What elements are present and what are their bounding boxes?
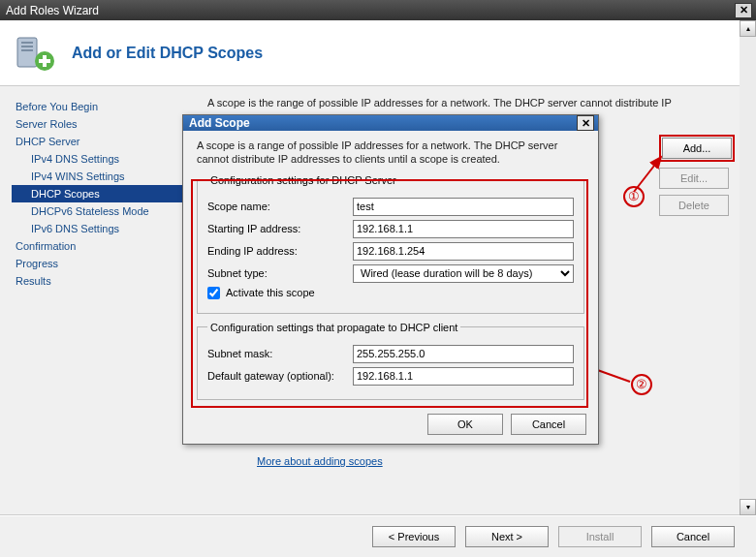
starting-ip-label: Starting IP address: <box>207 223 353 234</box>
sidebar-item-server-roles[interactable]: Server Roles <box>12 115 184 133</box>
subnet-type-label: Subnet type: <box>207 267 353 279</box>
dialog-footer: OK Cancel <box>183 408 598 445</box>
previous-button[interactable]: < Previous <box>372 526 456 547</box>
edit-button: Edit... <box>659 168 729 189</box>
fieldset-server-settings: Configuration settings for DHCP Server S… <box>197 174 584 314</box>
svg-rect-6 <box>39 59 50 63</box>
scroll-down-icon[interactable]: ▾ <box>740 499 756 515</box>
fieldset-client-settings: Configuration settings that propagate to… <box>197 322 584 400</box>
svg-rect-3 <box>21 49 33 51</box>
sidebar-item-before-you-begin[interactable]: Before You Begin <box>12 98 184 115</box>
scroll-up-icon[interactable]: ▴ <box>740 20 756 37</box>
sidebar-item-results[interactable]: Results <box>12 272 184 290</box>
subnet-type-select[interactable]: Wired (lease duration will be 8 days) <box>353 264 574 283</box>
starting-ip-input[interactable] <box>353 220 574 238</box>
annotation-two-icon: ② <box>631 374 652 395</box>
ending-ip-label: Ending IP address: <box>207 245 353 257</box>
vertical-scrollbar[interactable]: ▴ ▾ <box>740 20 756 515</box>
dialog-titlebar: Add Scope ✕ <box>183 115 598 131</box>
page-title: Add or Edit DHCP Scopes <box>72 45 263 62</box>
server-plus-icon <box>14 32 56 75</box>
dialog-intro: A scope is a range of possible IP addres… <box>197 139 584 167</box>
sidebar-item-progress[interactable]: Progress <box>12 255 184 272</box>
dialog-title: Add Scope <box>189 116 577 130</box>
install-button: Install <box>558 526 642 547</box>
svg-rect-1 <box>21 42 33 44</box>
titlebar: Add Roles Wizard ✕ <box>0 0 756 20</box>
activate-scope-label: Activate this scope <box>226 287 315 298</box>
sidebar: Before You BeginServer RolesDHCP ServerI… <box>0 86 184 514</box>
svg-rect-2 <box>21 46 33 47</box>
delete-button: Delete <box>659 195 729 216</box>
more-about-link[interactable]: More about adding scopes <box>257 455 383 467</box>
sidebar-item-ipv4-dns-settings[interactable]: IPv4 DNS Settings <box>12 150 184 168</box>
scroll-track[interactable] <box>740 37 756 499</box>
fieldset-client-legend: Configuration settings that propagate to… <box>207 322 460 333</box>
annotation-one-icon: ① <box>623 186 645 207</box>
wizard-footer: < Previous Next > Install Cancel <box>0 515 756 557</box>
activate-scope-checkbox[interactable] <box>207 287 220 299</box>
fieldset-server-legend: Configuration settings for DHCP Server <box>207 174 399 186</box>
sidebar-item-dhcp-server[interactable]: DHCP Server <box>12 133 184 150</box>
dialog-cancel-button[interactable]: Cancel <box>511 414 586 435</box>
window-title: Add Roles Wizard <box>6 4 735 17</box>
ending-ip-input[interactable] <box>353 242 574 261</box>
sidebar-item-ipv4-wins-settings[interactable]: IPv4 WINS Settings <box>12 168 184 185</box>
dialog-body: A scope is a range of possible IP addres… <box>183 131 598 408</box>
close-icon[interactable]: ✕ <box>735 3 752 18</box>
annotation-highlight-add: Add... <box>659 135 735 162</box>
cancel-button[interactable]: Cancel <box>651 526 735 547</box>
subnet-mask-input[interactable] <box>353 345 574 363</box>
gateway-label: Default gateway (optional): <box>207 370 353 382</box>
scope-name-input[interactable] <box>353 198 574 216</box>
dialog-close-icon[interactable]: ✕ <box>577 115 594 131</box>
sidebar-item-ipv6-dns-settings[interactable]: IPv6 DNS Settings <box>12 220 184 237</box>
header: Add or Edit DHCP Scopes <box>0 20 756 86</box>
ok-button[interactable]: OK <box>427 414 503 435</box>
sidebar-item-confirmation[interactable]: Confirmation <box>12 237 184 255</box>
scope-buttons: Add... Edit... Delete <box>659 135 735 216</box>
subnet-mask-label: Subnet mask: <box>207 348 353 359</box>
add-button[interactable]: Add... <box>662 138 732 159</box>
intro-text: A scope is the range of possible IP addr… <box>207 96 673 110</box>
sidebar-item-dhcpv6-stateless-mode[interactable]: DHCPv6 Stateless Mode <box>12 202 184 220</box>
add-scope-dialog: Add Scope ✕ A scope is a range of possib… <box>182 114 599 445</box>
gateway-input[interactable] <box>353 367 574 386</box>
sidebar-item-dhcp-scopes[interactable]: DHCP Scopes <box>12 185 184 202</box>
next-button[interactable]: Next > <box>465 526 549 547</box>
scope-name-label: Scope name: <box>207 201 353 212</box>
